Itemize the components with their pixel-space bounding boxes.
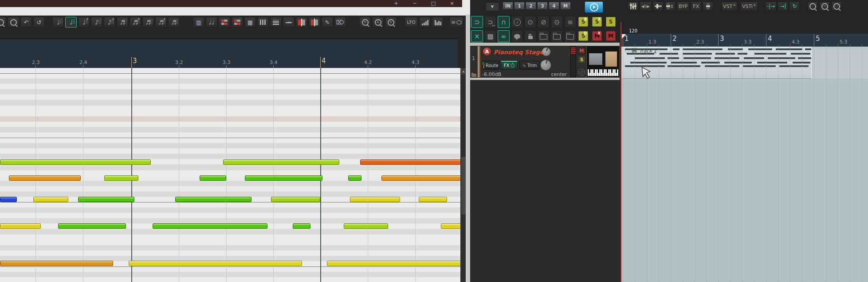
- channel-button-1[interactable]: 1: [514, 2, 525, 10]
- speakers-button[interactable]: ◀)(▶: [640, 1, 652, 11]
- zoom-horizontal-button[interactable]: H: [359, 17, 371, 28]
- note-length-1-32-button[interactable]: ♬: [142, 17, 154, 28]
- fader-range-button[interactable]: ↕: [665, 1, 676, 11]
- midi-note[interactable]: [381, 175, 461, 181]
- midi-note[interactable]: [104, 175, 138, 181]
- note-length-1-8T-button[interactable]: ♪3: [104, 17, 115, 28]
- sx-badge-button[interactable]: SX: [592, 17, 602, 27]
- routing-matrix-button[interactable]: ≡: [564, 16, 576, 28]
- mute-button[interactable]: M: [578, 47, 585, 54]
- midi-note[interactable]: [0, 261, 113, 266]
- add-button[interactable]: +: [390, 0, 402, 6]
- eraser-tool-button[interactable]: ⌦: [334, 17, 346, 28]
- trim-button[interactable]: ∿ Trim: [519, 61, 540, 70]
- fx-button[interactable]: FX: [501, 61, 518, 70]
- midi-note[interactable]: [200, 175, 226, 181]
- plugin-thumbnail[interactable]: [586, 46, 620, 78]
- piano-roll[interactable]: [0, 68, 461, 282]
- midi-note[interactable]: [129, 261, 302, 266]
- midi-note[interactable]: [271, 197, 320, 202]
- snap-media-button[interactable]: ∩: [498, 16, 510, 28]
- fit-to-selection-button[interactable]: ◂▬▸: [283, 17, 295, 28]
- phase-button[interactable]: ∅: [578, 69, 585, 75]
- zoom-selection-button[interactable]: S: [385, 17, 397, 28]
- note-length-1-4T-button[interactable]: ♩3: [78, 17, 90, 28]
- step-input-bars-button[interactable]: [257, 17, 269, 28]
- snap-relative-button[interactable]: ⊃↔: [484, 16, 496, 28]
- channel-button-3[interactable]: 3: [537, 2, 548, 10]
- pan-readout[interactable]: center: [550, 71, 567, 77]
- note-length-1-16T-button[interactable]: ♬3: [130, 17, 141, 28]
- send-slider-button[interactable]: [653, 1, 664, 11]
- record-arm-button[interactable]: A: [483, 48, 491, 56]
- bypass-button[interactable]: BYP: [677, 1, 689, 11]
- scrollbar-thumb[interactable]: [461, 157, 466, 214]
- go-to-end-button[interactable]: →|: [778, 1, 788, 11]
- midi-note[interactable]: [360, 159, 461, 165]
- midi-note[interactable]: [350, 197, 400, 202]
- redo-button[interactable]: ↺: [33, 17, 45, 28]
- histogram-mixed-button[interactable]: [432, 17, 444, 28]
- arrange-background[interactable]: [621, 47, 868, 282]
- snap-magnet-button[interactable]: ⊃: [471, 16, 483, 28]
- volume-readout[interactable]: -6.00dB: [482, 71, 501, 77]
- split-fader-left-button[interactable]: [296, 17, 307, 28]
- quantize-button[interactable]: ▥: [193, 17, 204, 28]
- mini-fader-button[interactable]: [703, 1, 713, 11]
- midi-note[interactable]: [0, 159, 151, 165]
- loop-toggle-button[interactable]: ↻: [789, 1, 800, 11]
- note-length-1-4-button[interactable]: ♩: [65, 17, 77, 28]
- vsti-button[interactable]: VSTi+: [740, 1, 758, 11]
- sd-badge-button[interactable]: SD: [578, 31, 588, 41]
- midi-note[interactable]: [9, 175, 81, 181]
- route-button[interactable]: Route: [482, 61, 499, 70]
- midi-note[interactable]: [0, 197, 17, 202]
- note-length-1-32T-button[interactable]: ♬3: [155, 17, 167, 28]
- maximize-button[interactable]: □: [428, 0, 439, 6]
- magnifier-button[interactable]: [8, 17, 19, 28]
- folder-check-button[interactable]: [538, 30, 550, 42]
- fx-button[interactable]: FX: [691, 1, 701, 11]
- velocity-steps-button[interactable]: [232, 17, 243, 28]
- event-list-button[interactable]: ≡: [449, 17, 463, 28]
- undo-button[interactable]: ↶: [20, 17, 32, 28]
- folder-copy-button[interactable]: [551, 30, 563, 42]
- zoom-contents-button[interactable]: ⋯: [831, 1, 842, 11]
- note-length-1-8-button[interactable]: ♪: [91, 17, 102, 28]
- mx-badge-button[interactable]: MX: [592, 31, 602, 41]
- midi-note[interactable]: [58, 223, 126, 229]
- midi-editor-ruler[interactable]: 2.32.433.23.33.444.24.3: [0, 38, 458, 68]
- zoom-all-button[interactable]: A: [372, 17, 384, 28]
- toolbar-dropdown[interactable]: ▼: [486, 2, 499, 11]
- join-notes-button[interactable]: ♩♩: [206, 17, 217, 28]
- midi-note[interactable]: [419, 197, 447, 202]
- grid-dots-button[interactable]: ▩: [484, 30, 496, 42]
- channel-button-m[interactable]: M: [560, 2, 571, 10]
- magnifier-button[interactable]: [0, 17, 6, 28]
- monitor-knob[interactable]: [542, 48, 550, 56]
- lock-settings-button[interactable]: [524, 30, 536, 42]
- hide-takes-button[interactable]: ⊘: [538, 16, 550, 28]
- sa-badge-button[interactable]: SA: [578, 17, 588, 27]
- note-length-1-64-button[interactable]: ♬: [168, 17, 180, 28]
- midi-note[interactable]: [441, 223, 461, 229]
- midi-note[interactable]: [344, 223, 388, 229]
- show-takes-button[interactable]: ⊙: [551, 16, 563, 28]
- midi-editor-titlebar[interactable]: +−□×: [0, 0, 462, 7]
- m-badge-button[interactable]: M: [606, 31, 616, 41]
- minimize-button[interactable]: −: [409, 0, 420, 6]
- edit-cursor[interactable]: [621, 22, 621, 282]
- zoom-time-button[interactable]: →: [819, 1, 830, 11]
- folder-open-button[interactable]: [564, 30, 576, 42]
- vst-button[interactable]: VST+: [721, 1, 738, 11]
- split-fader-right-button[interactable]: [309, 17, 320, 28]
- channel-button-4[interactable]: 4: [549, 2, 559, 10]
- close-button[interactable]: ×: [446, 0, 458, 6]
- grid-settings-button[interactable]: ▦: [244, 17, 256, 28]
- midi-note[interactable]: [153, 223, 267, 229]
- play-button[interactable]: [585, 1, 603, 13]
- tempo-marker[interactable]: 120: [629, 28, 637, 33]
- midi-note[interactable]: [245, 175, 322, 181]
- midi-note[interactable]: [293, 223, 310, 229]
- midi-note[interactable]: [78, 197, 134, 202]
